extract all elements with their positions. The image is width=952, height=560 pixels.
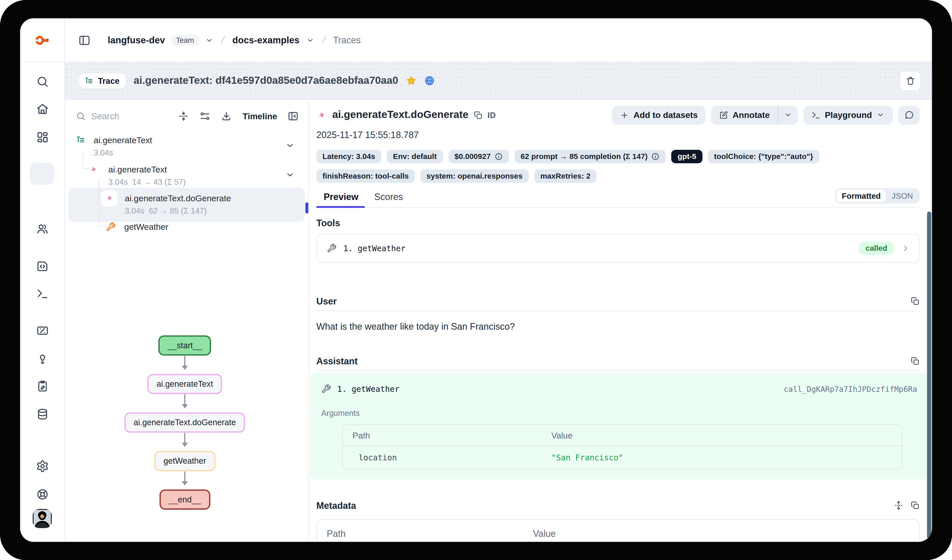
bookmark-star-icon[interactable] [406, 75, 417, 86]
copy-icon[interactable] [910, 356, 920, 366]
panel-left-icon [78, 34, 91, 46]
users-icon [36, 222, 48, 235]
rail-item-home[interactable] [30, 98, 54, 120]
sliders-icon [199, 111, 210, 122]
public-globe-icon[interactable] [424, 75, 435, 86]
observation-timestamp: 2025-11-17 15:55:18.787 [317, 130, 920, 142]
collapse-chevron-icon[interactable] [285, 170, 295, 180]
trace-title: ai.generateText: df41e597d0a85e0d7a6ae8e… [134, 75, 398, 87]
org-plan-badge: Team [171, 35, 199, 46]
graph-node-ai-generateText-doGenerate[interactable]: ai.generateText.doGenerate [124, 412, 245, 433]
search-icon [76, 111, 86, 121]
fold-vertical-icon [178, 111, 189, 122]
comments-button[interactable] [898, 105, 920, 124]
rail-item-dashboards[interactable] [30, 126, 54, 148]
observation-header: ai.generateText.doGenerate ID Add to dat… [317, 106, 920, 124]
rail-item-tracing[interactable] [30, 162, 54, 184]
org-chevron-down-icon[interactable] [205, 35, 214, 44]
breadcrumb-separator: / [220, 34, 226, 46]
sidebar-toggle-button[interactable] [77, 32, 92, 47]
trace-tree-panel: Search Timeline ai.generateText3.04sai.g… [65, 100, 309, 541]
badge-row-1: Latency: 3.04sEnv: default$0.00092762 pr… [317, 150, 920, 163]
graph-edge-arrow [184, 356, 185, 369]
format-option-json[interactable]: JSON [886, 190, 918, 202]
tool-called-badge: called [859, 242, 894, 255]
tree-node-ai-generateText[interactable]: ai.generateText3.04s [65, 134, 308, 157]
format-option-formatted[interactable]: Formatted [836, 190, 886, 202]
rail-item-users[interactable] [30, 218, 54, 239]
chevron-right-icon[interactable] [901, 243, 910, 253]
terminal-icon [811, 110, 821, 119]
copy-icon[interactable] [910, 296, 920, 305]
add-to-datasets-button[interactable]: Add to datasets [612, 105, 706, 124]
breadcrumb-page[interactable]: Traces [333, 35, 361, 45]
rail-item-playground[interactable] [30, 282, 54, 304]
assistant-tool-call-panel: 1. getWeather call_DgKARp7a7IhJPDczfifMp… [310, 373, 928, 480]
rail-item-prompts[interactable] [30, 255, 54, 277]
arguments-row: location "San Francisco" [343, 446, 902, 469]
graph-node-getWeather[interactable]: getWeather [154, 451, 215, 471]
rail-item-scores[interactable] [30, 319, 54, 341]
metadata-badge: finishReason: tool-calls [317, 170, 415, 183]
delete-trace-button[interactable] [899, 71, 921, 91]
trace-type-pill: Trace [79, 73, 126, 88]
copy-id-icon[interactable] [473, 110, 483, 119]
metadata-section-heading: Metadata [317, 499, 920, 511]
badge-row-2: finishReason: tool-callssystem: openai.r… [317, 170, 920, 183]
chevron-down-icon [876, 111, 885, 119]
app-logo[interactable] [20, 19, 64, 62]
expand-icon[interactable] [894, 500, 903, 509]
annotate-button[interactable]: Annotate [711, 105, 778, 124]
graph-edge-arrow [184, 471, 185, 484]
rail-item-annotation[interactable] [30, 375, 54, 397]
wrench-icon [321, 384, 331, 393]
user-avatar[interactable] [32, 509, 51, 528]
project-chevron-down-icon[interactable] [306, 35, 314, 44]
playground-button[interactable]: Playground [804, 105, 893, 124]
search-input[interactable]: Search [76, 111, 168, 121]
breadcrumb-org[interactable]: langfuse-dev [108, 35, 165, 45]
tab-scores[interactable]: Scores [367, 191, 411, 207]
breadcrumb-project[interactable]: docs-examples [232, 35, 300, 45]
download-button[interactable] [221, 111, 232, 122]
rail-item-settings[interactable] [30, 455, 54, 477]
wrench-icon [327, 243, 337, 253]
observation-id-label[interactable]: ID [487, 110, 496, 119]
collapse-chevron-icon[interactable] [285, 140, 295, 150]
tree-node-ai-generateText-doGenerate[interactable]: ai.generateText.doGenerate3.04s 62 → 85 … [65, 193, 308, 215]
metadata-badge: system: openai.responses [420, 170, 529, 183]
copy-icon[interactable] [910, 500, 920, 509]
tree-guide-line [99, 191, 102, 191]
screen-background: langfuse-dev Team / docs-examples / Trac… [0, 0, 952, 560]
rail-item-support[interactable] [30, 483, 54, 505]
rail-item-datasets[interactable] [30, 403, 54, 425]
panel-close-icon [287, 111, 298, 122]
collapse-all-button[interactable] [178, 111, 189, 122]
graph-node-__end__[interactable]: __end__ [159, 489, 210, 509]
tree-settings-button[interactable] [199, 111, 210, 122]
search-placeholder: Search [91, 111, 119, 121]
tool-definition-row[interactable]: 1. getWeather called [317, 234, 920, 263]
rail-item-sessions[interactable] [30, 190, 54, 212]
rail-item-evaluation[interactable] [30, 347, 54, 369]
tree-node-ai-generateText[interactable]: ai.generateText3.04s 14 → 43 (Σ 57) [65, 164, 308, 187]
trace-icon [76, 135, 86, 145]
metadata-badge: gpt-5 [672, 150, 702, 163]
user-message: What is the weather like today in San Fr… [317, 321, 920, 335]
graph-node-__start__[interactable]: __start__ [158, 335, 211, 355]
collapse-panel-button[interactable] [287, 111, 298, 122]
scrollbar-thumb[interactable] [927, 211, 931, 538]
graph-node-ai-generateText[interactable]: ai.generateText [147, 374, 222, 394]
generation-icon [89, 165, 99, 174]
breadcrumb-separator: / [321, 34, 326, 46]
rail-item-search[interactable] [30, 70, 54, 92]
timeline-toggle[interactable]: Timeline [243, 111, 277, 121]
annotate-dropdown-chevron[interactable] [777, 105, 798, 124]
observation-title: ai.generateText.doGenerate [332, 109, 468, 121]
tool-call-name: 1. getWeather [337, 384, 399, 393]
search-icon [36, 75, 48, 88]
tree-node-getWeather[interactable]: getWeather [65, 221, 308, 232]
tab-preview[interactable]: Preview [317, 191, 367, 207]
generation-icon [105, 193, 114, 203]
annotate-button-group: Annotate [711, 105, 798, 124]
